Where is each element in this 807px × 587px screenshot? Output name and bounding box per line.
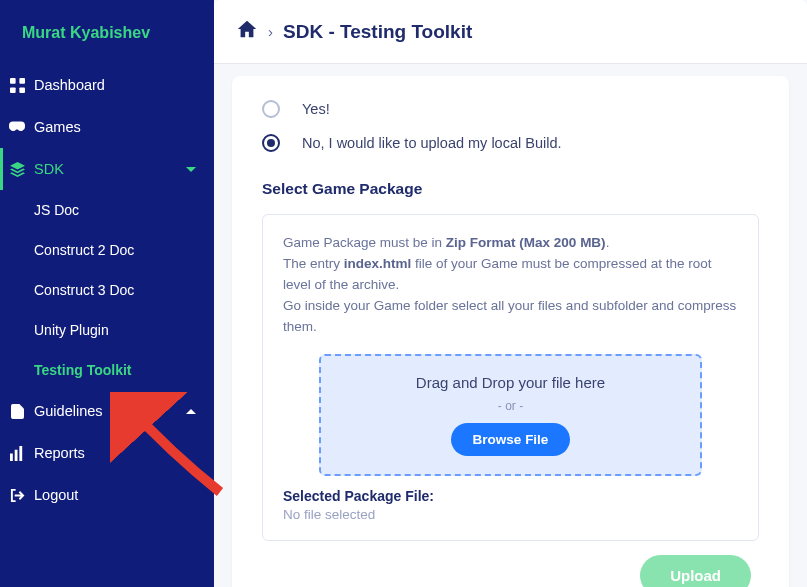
browse-file-button[interactable]: Browse File bbox=[451, 423, 571, 456]
grid-icon bbox=[0, 78, 34, 93]
gamepad-icon bbox=[0, 121, 34, 133]
sidebar-item-label: Reports bbox=[34, 445, 85, 461]
radio-label: Yes! bbox=[302, 101, 330, 117]
svg-rect-5 bbox=[14, 449, 17, 460]
svg-rect-2 bbox=[10, 87, 16, 93]
radio-unchecked-icon[interactable] bbox=[262, 100, 280, 118]
dropzone-or: - or - bbox=[339, 399, 682, 413]
chevron-up-icon bbox=[186, 409, 196, 414]
breadcrumb-separator: › bbox=[268, 23, 273, 40]
help-text: Game Package must be in Zip Format (Max … bbox=[283, 233, 738, 338]
sidebar-sub-unity[interactable]: Unity Plugin bbox=[0, 310, 214, 350]
sidebar-item-sdk[interactable]: SDK bbox=[0, 148, 214, 190]
sidebar-item-dashboard[interactable]: Dashboard bbox=[0, 64, 214, 106]
radio-checked-icon[interactable] bbox=[262, 134, 280, 152]
sidebar-item-label: Guidelines bbox=[34, 403, 103, 419]
layers-icon bbox=[0, 162, 34, 177]
sidebar-sub-testing-toolkit[interactable]: Testing Toolkit bbox=[0, 350, 214, 390]
svg-rect-1 bbox=[19, 78, 25, 84]
svg-rect-0 bbox=[10, 78, 16, 84]
selected-file-label: Selected Package File: bbox=[283, 488, 738, 504]
sidebar-item-label: Games bbox=[34, 119, 81, 135]
content: Yes! No, I would like to upload my local… bbox=[214, 64, 807, 587]
nav: Dashboard Games SDK JS Doc Construct 2 D… bbox=[0, 64, 214, 587]
package-box: Game Package must be in Zip Format (Max … bbox=[262, 214, 759, 541]
upload-button[interactable]: Upload bbox=[640, 555, 751, 587]
section-title: Select Game Package bbox=[262, 180, 759, 198]
svg-rect-3 bbox=[19, 87, 25, 93]
dropzone-title: Drag and Drop your file here bbox=[339, 374, 682, 391]
sidebar-item-games[interactable]: Games bbox=[0, 106, 214, 148]
sidebar-item-guidelines[interactable]: Guidelines bbox=[0, 390, 214, 432]
sidebar: Murat Kyabishev Dashboard Games SDK JS D… bbox=[0, 0, 214, 587]
document-icon bbox=[0, 404, 34, 419]
chevron-down-icon bbox=[186, 167, 196, 172]
chart-icon bbox=[0, 446, 34, 461]
radio-no-row[interactable]: No, I would like to upload my local Buil… bbox=[262, 134, 759, 152]
radio-label: No, I would like to upload my local Buil… bbox=[302, 135, 562, 151]
main: › SDK - Testing Toolkit Yes! No, I would… bbox=[214, 0, 807, 587]
home-icon[interactable] bbox=[236, 18, 258, 45]
selected-file-value: No file selected bbox=[283, 507, 738, 522]
sidebar-sub-construct2[interactable]: Construct 2 Doc bbox=[0, 230, 214, 270]
user-name: Murat Kyabishev bbox=[0, 0, 214, 64]
breadcrumb: › SDK - Testing Toolkit bbox=[214, 0, 807, 64]
sidebar-item-label: SDK bbox=[34, 161, 64, 177]
sidebar-item-label: Logout bbox=[34, 487, 78, 503]
page-title: SDK - Testing Toolkit bbox=[283, 21, 472, 43]
sidebar-item-logout[interactable]: Logout bbox=[0, 474, 214, 516]
form-card: Yes! No, I would like to upload my local… bbox=[232, 76, 789, 587]
dropzone[interactable]: Drag and Drop your file here - or - Brow… bbox=[319, 354, 702, 476]
logout-icon bbox=[0, 488, 34, 503]
sidebar-item-reports[interactable]: Reports bbox=[0, 432, 214, 474]
radio-yes-row[interactable]: Yes! bbox=[262, 100, 759, 118]
sidebar-sub-jsdoc[interactable]: JS Doc bbox=[0, 190, 214, 230]
svg-rect-4 bbox=[10, 453, 13, 461]
svg-rect-6 bbox=[19, 446, 22, 461]
sidebar-sub-construct3[interactable]: Construct 3 Doc bbox=[0, 270, 214, 310]
sidebar-item-label: Dashboard bbox=[34, 77, 105, 93]
